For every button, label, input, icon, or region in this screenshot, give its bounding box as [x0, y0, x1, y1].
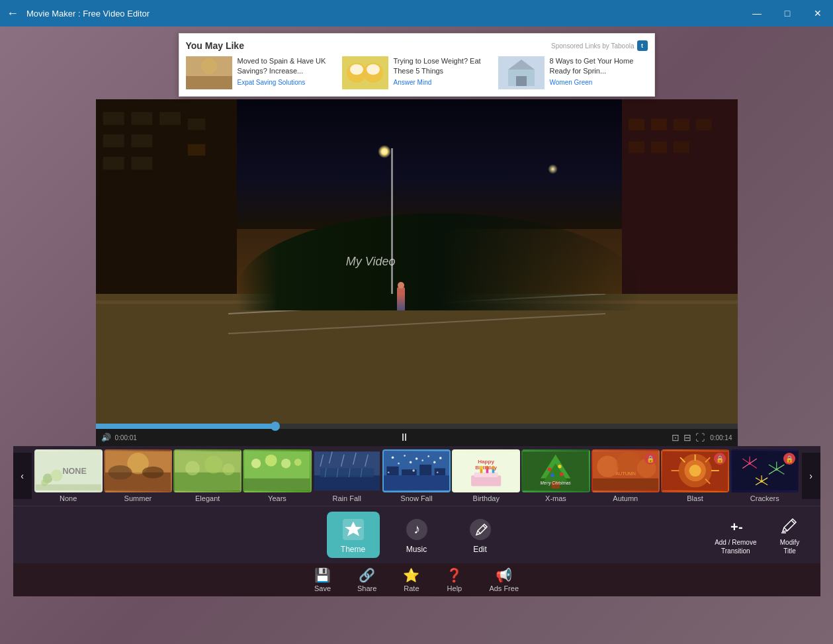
edit-button-label: Edit: [473, 545, 487, 554]
theme-snowfall-label: Snow Fall: [400, 494, 432, 502]
svg-point-84: [412, 469, 415, 472]
fullscreen-icon[interactable]: ⛶: [695, 432, 705, 443]
svg-rect-90: [474, 473, 498, 477]
theme-autumn[interactable]: AUTUMN 🔒 Autumn: [592, 449, 660, 502]
share-label: Share: [357, 584, 376, 592]
ads-free-icon: 📢: [496, 567, 512, 583]
svg-rect-46: [175, 473, 240, 490]
svg-point-96: [492, 466, 495, 469]
svg-point-79: [398, 463, 400, 465]
save-button[interactable]: 💾 Save: [314, 567, 331, 592]
modify-title-label: Modify Title: [780, 538, 799, 555]
back-button[interactable]: ←: [7, 7, 19, 21]
ad-item-2[interactable]: Trying to Lose Weight? Eat These 5 Thing…: [342, 56, 492, 89]
maximize-button[interactable]: □: [772, 0, 803, 26]
svg-point-116: [689, 465, 701, 477]
ad-item-3-img: [498, 56, 545, 89]
video-scene: My Video: [96, 99, 738, 424]
add-remove-icon: + -: [724, 514, 748, 538]
add-remove-transition-button[interactable]: + - Add / Remove Transition: [709, 510, 762, 559]
svg-rect-30: [96, 294, 738, 424]
theme-years[interactable]: Years: [243, 449, 311, 502]
theme-none-label: None: [60, 494, 77, 502]
theme-elegant[interactable]: Elegant: [173, 449, 241, 502]
ad-item-1[interactable]: Moved to Spain & Have UK Savings? Increa…: [186, 56, 335, 89]
svg-rect-13: [103, 112, 124, 124]
music-button[interactable]: ♪ Music: [390, 512, 443, 558]
progress-thumb[interactable]: [271, 422, 280, 431]
play-pause-button[interactable]: ⏸: [399, 432, 410, 443]
controls-middle: ⏸: [399, 432, 410, 443]
svg-point-81: [421, 459, 423, 461]
share-icon: 🔗: [359, 567, 375, 583]
window-controls: — □ ✕: [742, 0, 833, 26]
svg-rect-14: [103, 134, 124, 147]
help-icon: ❓: [446, 567, 462, 583]
svg-rect-26: [651, 142, 667, 154]
svg-rect-27: [674, 118, 689, 130]
svg-point-105: [560, 473, 563, 476]
share-button[interactable]: 🔗 Share: [357, 567, 376, 592]
svg-rect-11: [516, 76, 527, 86]
ads-free-button[interactable]: 📢 Ads Free: [489, 567, 519, 592]
help-button[interactable]: ❓ Help: [446, 567, 462, 592]
svg-point-76: [416, 457, 418, 460]
theme-xmas-thumb: ★ Merry Christmas: [521, 449, 590, 492]
pip-icon[interactable]: ⊟: [683, 432, 691, 443]
help-label: Help: [447, 584, 462, 592]
theme-xmas[interactable]: ★ Merry Christmas X-mas: [521, 449, 590, 502]
svg-text:-: -: [738, 520, 743, 534]
theme-button[interactable]: Theme: [327, 512, 380, 558]
svg-rect-29: [695, 118, 711, 130]
video-screen[interactable]: My Video: [96, 99, 738, 424]
theme-birthday-thumb: Happy Birthday: [452, 449, 520, 492]
rate-label: Rate: [404, 584, 419, 592]
theme-rainfall[interactable]: Rain Fall: [313, 449, 381, 502]
svg-point-95: [486, 466, 489, 469]
volume-icon[interactable]: 🔊: [101, 433, 111, 442]
theme-summer[interactable]: Summer: [104, 449, 172, 502]
ad-sponsored: Sponsored Links by Taboola t: [551, 40, 647, 51]
svg-point-7: [367, 64, 380, 75]
theme-crackers-thumb: 🔒: [730, 449, 799, 492]
theme-snowfall[interactable]: Snow Fall: [382, 449, 451, 502]
svg-point-104: [551, 474, 554, 477]
svg-line-151: [784, 528, 787, 531]
ad-item-2-text: Trying to Lose Weight? Eat These 5 Thing…: [394, 56, 492, 89]
svg-point-75: [404, 455, 406, 457]
svg-rect-38: [36, 484, 101, 490]
edit-button[interactable]: Edit: [454, 512, 507, 558]
minimize-button[interactable]: —: [742, 0, 772, 26]
theme-birthday[interactable]: Happy Birthday Bi: [452, 449, 520, 502]
svg-rect-18: [187, 118, 205, 130]
ad-items: Moved to Spain & Have UK Savings? Increa…: [186, 56, 648, 89]
themes-row: NONE None Summer: [32, 449, 802, 502]
close-button[interactable]: ✕: [803, 0, 833, 26]
theme-years-label: Years: [268, 494, 286, 502]
bottom-toolbar: Theme ♪ Music Edit: [13, 506, 820, 563]
theme-blast[interactable]: 🔒 Blast: [661, 449, 729, 502]
theme-none[interactable]: NONE None: [34, 449, 103, 502]
theme-elegant-label: Elegant: [195, 494, 220, 502]
svg-point-146: [470, 519, 491, 540]
svg-rect-70: [386, 467, 398, 476]
carousel-right-arrow[interactable]: ›: [802, 453, 820, 499]
svg-rect-69: [384, 475, 449, 490]
title-bar: ← Movie Maker : Free Video Editor — □ ✕: [0, 0, 833, 26]
carousel-left-arrow[interactable]: ‹: [13, 453, 32, 499]
svg-rect-73: [435, 468, 445, 475]
fullscreen-small-icon[interactable]: ⊡: [672, 432, 680, 443]
modify-title-button[interactable]: Modify Title: [773, 510, 807, 559]
rate-button[interactable]: ⭐ Rate: [403, 567, 419, 592]
svg-point-51: [251, 459, 261, 468]
video-progress-bar[interactable]: [96, 424, 738, 429]
theme-crackers[interactable]: 🔒 Crackers: [730, 449, 799, 502]
theme-blast-thumb: 🔒: [661, 449, 729, 492]
svg-rect-20: [131, 157, 152, 169]
svg-rect-111: [593, 479, 658, 490]
theme-none-thumb: NONE: [34, 449, 103, 492]
app-title: Movie Maker : Free Video Editor: [26, 9, 150, 19]
svg-point-54: [294, 459, 302, 466]
ad-item-3[interactable]: 8 Ways to Get Your Home Ready for Sprin.…: [498, 56, 648, 89]
svg-point-102: [548, 468, 551, 471]
